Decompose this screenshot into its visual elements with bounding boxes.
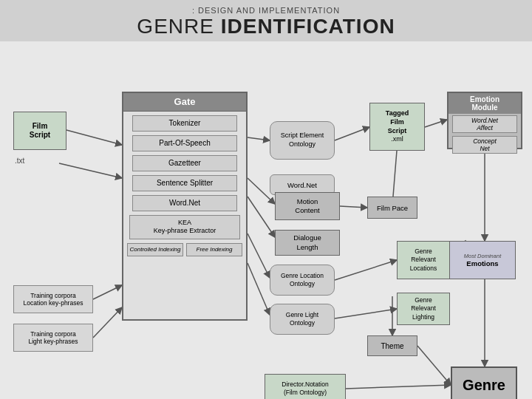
- txt-label: .txt: [15, 157, 24, 165]
- page-header: : DESIGN AND IMPLEMENTATION GENRE IDENTI…: [0, 0, 532, 41]
- wordnet-affect-item: Word.NetAffect: [452, 115, 517, 133]
- svg-line-19: [93, 285, 122, 299]
- film-pace-box: Film Pace: [367, 197, 417, 219]
- svg-line-0: [66, 130, 122, 145]
- svg-line-6: [248, 263, 270, 315]
- dialogue-length-box: DialogueLength: [275, 230, 340, 256]
- svg-line-10: [340, 206, 367, 208]
- corpus1-box: Training corporaLocation key-phrases: [13, 285, 93, 313]
- theme-box: Theme: [367, 335, 417, 356]
- genre-light-ontology-label: Genre LightOntology: [286, 311, 318, 327]
- svg-line-7: [335, 127, 369, 140]
- director-notation-label: Director.Notation(Film Ontology): [282, 381, 328, 397]
- genre-loc-ontology-box: Genre LocationOntology: [270, 265, 335, 296]
- corpus2-label: Training corporaLight key-phrases: [28, 330, 78, 345]
- gate-box: Gate Tokenizer Part-Of-Speech Gazetteer …: [122, 92, 248, 321]
- svg-line-11: [335, 260, 397, 280]
- genre-relevant-light-label: GenreRelevantLighting: [411, 296, 436, 321]
- svg-line-1: [59, 163, 122, 178]
- film-script-label: Film Script: [30, 122, 50, 140]
- svg-line-4: [248, 197, 275, 237]
- emotion-module-box: EmotionModule Word.NetAffect ConceptNet: [447, 92, 522, 149]
- svg-line-5: [248, 233, 270, 278]
- svg-line-8: [425, 120, 447, 127]
- title-bold: IDENTIFICATION: [221, 15, 395, 38]
- pos-item: Part-Of-Speech: [132, 135, 237, 151]
- corpus1-label: Training corporaLocation key-phrases: [24, 292, 83, 307]
- dialogue-length-label: DialogueLength: [293, 233, 321, 252]
- svg-line-12: [335, 309, 397, 318]
- gate-header: Gate: [123, 93, 246, 112]
- most-dominant-value: Emotions: [466, 259, 498, 267]
- sentence-splitter-item: Sentence Splitter: [132, 175, 237, 191]
- svg-line-18: [346, 385, 451, 389]
- concept-net-item: ConceptNet: [452, 136, 517, 154]
- theme-label: Theme: [381, 342, 403, 350]
- svg-line-16: [417, 346, 451, 385]
- gazetteer-item: Gazetteer: [132, 155, 237, 171]
- diagram-area: Film Script .txt Gate Tokenizer Part-Of-…: [0, 41, 532, 399]
- emotion-header: EmotionModule: [449, 93, 521, 114]
- genre-final-box: Genre: [451, 366, 517, 399]
- page-title: GENRE IDENTIFICATION: [0, 15, 532, 38]
- genre-loc-ontology-label: Genre LocationOntology: [281, 272, 324, 288]
- tagged-film-label: TaggedFilmScript.xml: [386, 109, 409, 144]
- svg-line-20: [93, 307, 122, 338]
- genre-relevant-loc-label: GenreRelevantLocations: [410, 248, 437, 272]
- motion-content-box: MotionContent: [275, 192, 340, 220]
- wordnet-item: Word.Net: [132, 195, 237, 211]
- most-dominant-emotions-box: Most Dominant Emotions: [449, 241, 516, 279]
- genre-light-ontology-box: Genre LightOntology: [270, 304, 335, 335]
- director-notation-box: Director.Notation(Film Ontology): [265, 374, 346, 399]
- tokenizer-item: Tokenizer: [132, 115, 237, 132]
- film-script-box: Film Script: [13, 112, 66, 150]
- most-dominant-label: Most Dominant: [464, 253, 501, 259]
- script-element-ontology: Script ElementOntology: [270, 121, 335, 160]
- free-indexing: Free Indexing: [186, 243, 242, 256]
- genre-final-label: Genre: [463, 377, 505, 394]
- corpus2-box: Training corporaLight key-phrases: [13, 324, 93, 352]
- subtitle: : DESIGN AND IMPLEMENTATION: [0, 6, 532, 15]
- tagged-film-script-box: TaggedFilmScript.xml: [369, 103, 425, 151]
- film-pace-label: Film Pace: [377, 204, 408, 212]
- controlled-indexing: Controlled Indexing: [127, 243, 183, 256]
- script-ontology-label: Script ElementOntology: [281, 132, 324, 149]
- genre-relevant-locations-box: GenreRelevantLocations: [397, 241, 450, 279]
- genre-relevant-lighting-box: GenreRelevantLighting: [397, 293, 450, 325]
- wordnet-label: Word.Net: [287, 181, 317, 189]
- svg-line-2: [248, 137, 270, 140]
- title-prefix: GENRE: [137, 15, 220, 38]
- kea-box: KEAKey-phrase Extractor: [129, 215, 240, 239]
- motion-content-label: MotionContent: [295, 197, 319, 216]
